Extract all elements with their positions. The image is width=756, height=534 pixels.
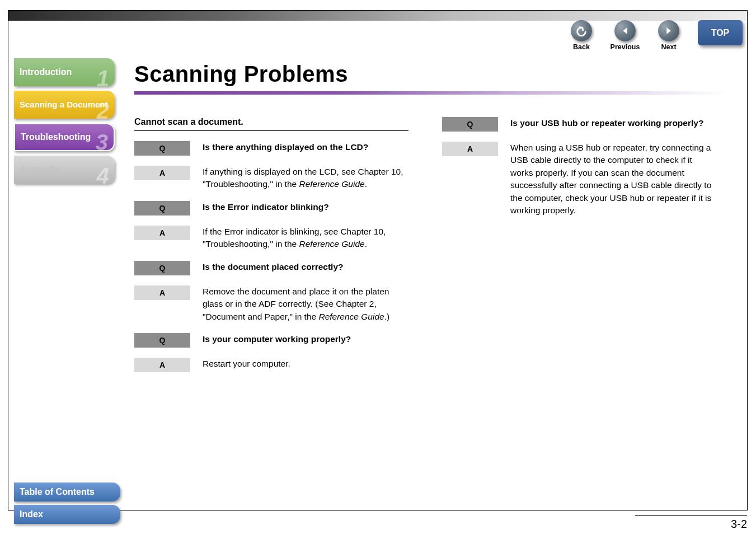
sidebar: Introduction 1 Scanning a Document 2 Tro… — [14, 58, 115, 188]
answer-text: Restart your computer. — [203, 358, 290, 370]
main-content: Scanning Problems Cannot scan a document… — [134, 62, 739, 382]
page-title: Scanning Problems — [134, 62, 739, 87]
a-badge: A — [134, 166, 190, 180]
a-badge: A — [134, 285, 190, 300]
toc-button[interactable]: Table of Contents — [14, 483, 120, 502]
qa-answer-row: AIf anything is displayed on the LCD, se… — [134, 166, 408, 191]
tab-label: Appendix — [20, 165, 60, 175]
tab-number: 2 — [97, 100, 109, 122]
a-badge: A — [134, 358, 190, 372]
q-badge: Q — [442, 117, 498, 132]
question-text: Is your computer working properly? — [203, 333, 351, 345]
qa-answer-row: AIf the Error indicator is blinking, see… — [134, 226, 408, 251]
sidebar-bottom: Table of Contents Index — [14, 479, 120, 524]
a-badge: A — [134, 226, 190, 240]
question-text: Is the Error indicator blinking? — [203, 201, 329, 213]
page-number: 3-2 — [635, 515, 747, 531]
nav-controls: Back Previous Next TOP — [565, 20, 743, 51]
qa-answer-row: ARemove the document and place it on the… — [134, 285, 408, 323]
question-text: Is the document placed correctly? — [203, 261, 344, 273]
tab-number: 1 — [97, 67, 109, 90]
q-badge: Q — [134, 261, 190, 275]
question-text: Is there anything displayed on the LCD? — [203, 141, 368, 153]
top-button[interactable]: TOP — [698, 20, 743, 45]
previous-label: Previous — [611, 43, 640, 51]
top-gradient-bar — [8, 11, 747, 21]
q-badge: Q — [134, 141, 190, 156]
next-label: Next — [661, 43, 676, 51]
next-button[interactable]: Next — [652, 20, 685, 51]
qa-question-row: QIs the document placed correctly? — [134, 261, 408, 275]
answer-text: If the Error indicator is blinking, see … — [203, 226, 408, 251]
qa-question-row: Q Is your USB hub or repeater working pr… — [442, 117, 716, 132]
previous-icon — [614, 20, 636, 41]
back-label: Back — [573, 43, 590, 51]
left-column: Cannot scan a document. QIs there anythi… — [134, 117, 408, 382]
qa-answer-row: A When using a USB hub or repeater, try … — [442, 142, 716, 217]
previous-button[interactable]: Previous — [608, 20, 642, 51]
tab-label: Introduction — [20, 67, 72, 77]
qa-question-row: QIs there anything displayed on the LCD? — [134, 141, 408, 156]
answer-text: If anything is displayed on the LCD, see… — [203, 166, 408, 191]
q-badge: Q — [134, 333, 190, 348]
qa-question-row: QIs the Error indicator blinking? — [134, 201, 408, 216]
columns: Cannot scan a document. QIs there anythi… — [134, 117, 739, 382]
a-badge: A — [442, 142, 498, 156]
index-button[interactable]: Index — [14, 505, 120, 524]
q-badge: Q — [134, 201, 190, 216]
question-text: Is your USB hub or repeater working prop… — [510, 117, 703, 129]
qa-answer-row: ARestart your computer. — [134, 358, 408, 372]
sidebar-tab-introduction[interactable]: Introduction 1 — [14, 58, 115, 86]
qa-question-row: QIs your computer working properly? — [134, 333, 408, 348]
next-icon — [658, 20, 679, 41]
tab-number: 3 — [96, 131, 108, 153]
tab-number: 4 — [97, 165, 109, 187]
section-header: Cannot scan a document. — [134, 117, 408, 131]
answer-text: When using a USB hub or repeater, try co… — [510, 142, 716, 217]
tab-label: Scanning a Document — [20, 100, 108, 109]
answer-text: Remove the document and place it on the … — [203, 285, 408, 323]
sidebar-tab-appendix[interactable]: Appendix 4 — [14, 156, 115, 184]
sidebar-tab-troubleshooting[interactable]: Troubleshooting 3 — [14, 123, 115, 151]
right-column: Q Is your USB hub or repeater working pr… — [442, 117, 716, 382]
back-button[interactable]: Back — [565, 20, 598, 51]
tab-label: Troubleshooting — [21, 132, 91, 142]
title-rule — [134, 91, 727, 95]
back-icon — [571, 20, 592, 41]
sidebar-tab-scanning[interactable]: Scanning a Document 2 — [14, 91, 115, 119]
